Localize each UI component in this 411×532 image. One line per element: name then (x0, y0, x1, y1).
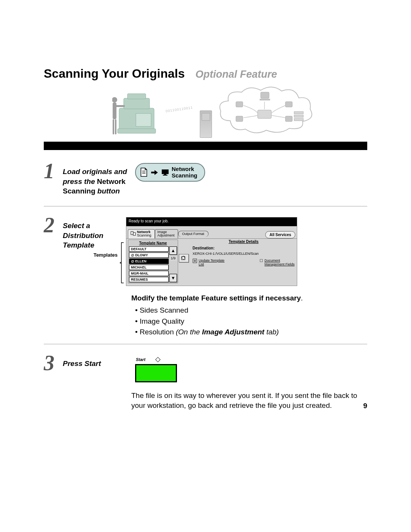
document-icon (140, 168, 148, 177)
step-3: 3 Press Start Start ◇ (44, 353, 367, 382)
step-1-text-b: button (97, 187, 120, 195)
start-button[interactable] (135, 364, 177, 382)
svg-rect-4 (136, 113, 151, 126)
page-subtitle: Optional Feature (195, 69, 277, 80)
destination-path: XEROX-CHI-1:/VOL1/USERS/ELLEN/Scan (193, 252, 295, 256)
templates-label: Templates (90, 217, 118, 258)
network-cloud-icon (219, 86, 314, 134)
step-3-text: Press Start (63, 353, 131, 369)
page-title: Scanning Your Originals (44, 67, 185, 81)
arrow-right-icon (150, 168, 159, 177)
tab-doc-icon (131, 231, 136, 237)
bullet-image-quality: Image Quality (135, 316, 367, 327)
network-scanning-label: NetworkScanning (172, 166, 198, 179)
template-name-header: Template Name (129, 241, 177, 246)
step-1-visual: NetworkScanning (135, 161, 367, 182)
link-document-mgmt[interactable]: ☐ DocumentManagement Fields (260, 259, 295, 266)
tab-image-adjustment[interactable]: ImageAdjustment (155, 229, 178, 238)
svg-rect-6 (113, 102, 116, 119)
diamond-icon: ◇ (155, 355, 161, 363)
svg-rect-24 (164, 174, 166, 175)
svg-rect-9 (116, 105, 125, 107)
svg-rect-25 (163, 175, 167, 176)
template-item[interactable]: DEFAULT (129, 246, 169, 252)
svg-rect-15 (285, 116, 292, 121)
tab-output-format[interactable]: Output Format (178, 231, 209, 237)
svg-rect-12 (236, 102, 243, 107)
step-2-followup: Modify the template Feature settings if … (131, 293, 367, 338)
svg-rect-16 (258, 110, 271, 118)
svg-rect-8 (115, 119, 116, 134)
scroll-up-button[interactable]: ▲ (169, 246, 177, 255)
svg-rect-18 (294, 115, 303, 117)
separator-1 (44, 206, 367, 206)
bracket-icon (119, 217, 124, 285)
step-number-2: 2 (44, 216, 59, 235)
modify-heading: Modify the template Feature settings if … (131, 294, 301, 302)
svg-rect-19 (294, 118, 303, 121)
step-3-visual: Start ◇ (135, 353, 367, 382)
svg-rect-10 (261, 92, 269, 98)
template-item[interactable]: @ DLOWY (129, 252, 169, 258)
hero-illustration: 001100110011 (112, 88, 352, 138)
bullet-resolution: Resolution (On the Image Adjustment tab) (135, 327, 367, 338)
list-icon (193, 259, 197, 264)
checkbox-icon: ☐ (260, 259, 263, 263)
svg-rect-2 (127, 94, 146, 99)
separator-2 (44, 344, 367, 344)
svg-rect-7 (113, 119, 114, 134)
binary-text: 001100110011 (166, 105, 193, 113)
destination-label: Destination: (193, 246, 295, 250)
step-1-text: Load originals and press the Network Sca… (63, 161, 131, 196)
refresh-button[interactable] (179, 254, 189, 262)
step-2-visual: Templates Ready to scan your job. (90, 216, 367, 286)
network-scanning-button[interactable]: NetworkScanning (135, 163, 205, 182)
template-item[interactable]: MICHAEL (129, 265, 169, 270)
svg-rect-11 (260, 99, 270, 100)
template-item[interactable]: MGR-MAIL (129, 271, 169, 276)
svg-rect-1 (124, 98, 150, 109)
template-item[interactable]: RESUMES (129, 277, 169, 282)
status-bar: Ready to scan your job. (126, 217, 297, 225)
svg-rect-3 (118, 129, 156, 133)
monitor-icon (161, 168, 169, 177)
svg-rect-26 (131, 232, 133, 235)
tab-network-scanning[interactable]: NetworkScanning (128, 229, 155, 238)
all-services-button[interactable]: All Services (265, 231, 295, 238)
start-label: Start (136, 356, 145, 362)
svg-point-5 (112, 97, 117, 102)
svg-rect-27 (133, 233, 135, 235)
page-number: 9 (363, 402, 367, 410)
template-details-header: Template Details (193, 240, 295, 244)
server-tower-icon (200, 110, 212, 138)
divider-bar (44, 142, 367, 150)
template-item-selected[interactable]: @ ELLEN (129, 259, 169, 264)
tab-row: NetworkScanning ImageAdjustment Output F… (126, 226, 297, 238)
step-number-3: 3 (44, 353, 59, 372)
step-2: 2 Select a Distribution Template Templat… (44, 216, 367, 286)
touchscreen-mock: Ready to scan your job. NetworkScanning (126, 217, 297, 286)
page-title-row: Scanning Your Originals Optional Feature (44, 67, 367, 81)
page-indicator: 1/9 (169, 256, 177, 261)
printer-icon (112, 92, 166, 138)
svg-rect-17 (294, 112, 303, 114)
step-3-paragraph: The file is on its way to wherever you s… (131, 391, 367, 410)
template-list-panel: Template Name DEFAULT @ DLOWY @ ELLEN MI… (128, 240, 178, 283)
template-details-panel: Template Details Destination: XEROX-CHI-… (190, 239, 295, 283)
svg-rect-23 (162, 169, 169, 174)
svg-rect-13 (285, 102, 292, 107)
link-update-template[interactable]: Update TemplateList (193, 259, 225, 266)
step-1: 1 Load originals and press the Network S… (44, 161, 367, 203)
step-number-1: 1 (44, 161, 59, 181)
scroll-down-button[interactable]: ▼ (169, 274, 177, 282)
svg-rect-14 (236, 116, 243, 121)
bullet-sides-scanned: Sides Scanned (135, 305, 367, 316)
template-list: DEFAULT @ DLOWY @ ELLEN MICHAEL MGR-MAIL… (129, 246, 169, 282)
